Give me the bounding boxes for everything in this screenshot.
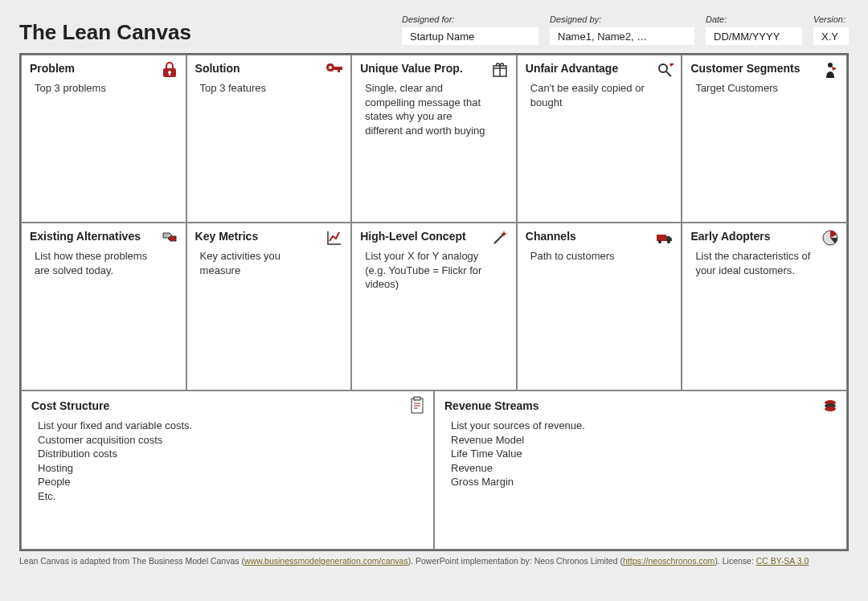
svg-point-9 [825, 407, 836, 411]
cell-body: List how these problems are solved today… [30, 249, 178, 277]
link-neoschronos[interactable]: https://neoschronos.com [623, 556, 714, 566]
cell-body: Target Customers [690, 81, 838, 96]
meta-designed-by: Designed by: Name1, Name2, … [550, 14, 694, 45]
svg-rect-6 [414, 397, 420, 400]
cell-unique-value-prop[interactable]: Unique Value Prop. Single, clear and com… [351, 55, 517, 223]
truck-icon [655, 228, 674, 247]
cell-problem[interactable]: Problem Top 3 problems [21, 55, 186, 223]
footer-attribution: Lean Canvas is adapted from The Business… [19, 556, 849, 566]
cell-title: Channels [526, 230, 674, 243]
date-input[interactable]: DD/MM/YYYY [706, 27, 802, 45]
cell-title: High-Level Concept [360, 230, 508, 243]
chart-icon [325, 228, 344, 247]
meta-label: Date: [706, 14, 802, 24]
canvas-header: The Lean Canvas Designed for: Startup Na… [19, 14, 849, 45]
clipboard-icon [407, 396, 427, 415]
designed-for-input[interactable]: Startup Name [402, 27, 538, 45]
cell-body: List your X for Y analogy (e.g. YouTube … [360, 249, 508, 292]
lock-icon [160, 60, 179, 80]
person-icon [821, 60, 840, 80]
cell-title: Customer Segments [690, 62, 838, 75]
cell-title: Unfair Advantage [526, 62, 674, 75]
meta-version: Version: X.Y [813, 14, 849, 45]
cell-body: Single, clear and compelling message tha… [360, 81, 508, 137]
magnifier-icon [655, 60, 674, 80]
cell-body: Top 3 features [195, 81, 343, 96]
cell-title: Key Metrics [195, 230, 343, 243]
cell-body: List the characteristics of your ideal c… [690, 249, 838, 277]
cell-solution[interactable]: Solution Top 3 features [186, 55, 352, 223]
top-grid: Problem Top 3 problems Solution Top 3 fe… [21, 55, 847, 390]
cell-body: Top 3 problems [30, 81, 178, 96]
meta-label: Designed for: [402, 14, 538, 24]
meta-label: Version: [813, 14, 849, 24]
cell-body: Can't be easily copied or bought [526, 81, 674, 109]
cell-body: List your sources of revenue. Revenue Mo… [444, 419, 837, 489]
cell-high-level-concept[interactable]: High-Level Concept List your X for Y ana… [351, 223, 517, 390]
cell-title: Solution [195, 62, 343, 75]
cell-unfair-advantage[interactable]: Unfair Advantage Can't be easily copied … [517, 55, 682, 223]
sign-icon [160, 228, 179, 247]
designed-by-input[interactable]: Name1, Name2, … [550, 27, 694, 45]
cell-title: Unique Value Prop. [360, 62, 508, 75]
pie-icon [821, 228, 840, 247]
meta-date: Date: DD/MM/YYYY [706, 14, 802, 45]
cell-customer-segments[interactable]: Customer Segments Target Customers [682, 55, 847, 223]
cell-key-metrics[interactable]: Key Metrics Key activities you measure [186, 223, 352, 390]
cell-title: Cost Structure [31, 399, 424, 412]
svg-point-3 [667, 240, 670, 243]
meta-label: Designed by: [550, 14, 694, 24]
cell-existing-alternatives[interactable]: Existing Alternatives List how these pro… [21, 223, 186, 390]
lean-canvas-grid: Problem Top 3 problems Solution Top 3 fe… [19, 53, 849, 551]
bottom-grid: Cost Structure List your fixed and varia… [21, 390, 847, 550]
svg-point-2 [658, 240, 661, 243]
cell-title: Early Adopters [690, 230, 838, 243]
coins-icon [821, 396, 840, 415]
svg-point-0 [659, 64, 667, 72]
version-input[interactable]: X.Y [813, 27, 849, 45]
cell-body: List your fixed and variable costs. Cust… [31, 419, 424, 503]
gift-icon [490, 60, 510, 80]
cell-body: Key activities you measure [195, 249, 343, 277]
key-icon [325, 60, 344, 80]
wand-icon [490, 228, 510, 247]
cell-title: Problem [30, 62, 178, 75]
cell-channels[interactable]: Channels Path to customers [517, 223, 682, 390]
cell-cost-structure[interactable]: Cost Structure List your fixed and varia… [21, 390, 434, 550]
page-title: The Lean Canvas [19, 20, 309, 45]
link-bmc[interactable]: www.businessmodelgeneration.com/canvas [244, 556, 408, 566]
cell-early-adopters[interactable]: Early Adopters List the characteristics … [682, 223, 847, 390]
cell-title: Existing Alternatives [30, 230, 178, 243]
link-license[interactable]: CC BY-SA 3.0 [756, 556, 809, 566]
meta-group: Designed for: Startup Name Designed by: … [315, 14, 849, 45]
cell-title: Revenue Streams [444, 399, 837, 412]
cell-body: Path to customers [526, 249, 674, 264]
cell-revenue-streams[interactable]: Revenue Streams List your sources of rev… [434, 390, 847, 550]
meta-designed-for: Designed for: Startup Name [402, 14, 538, 45]
